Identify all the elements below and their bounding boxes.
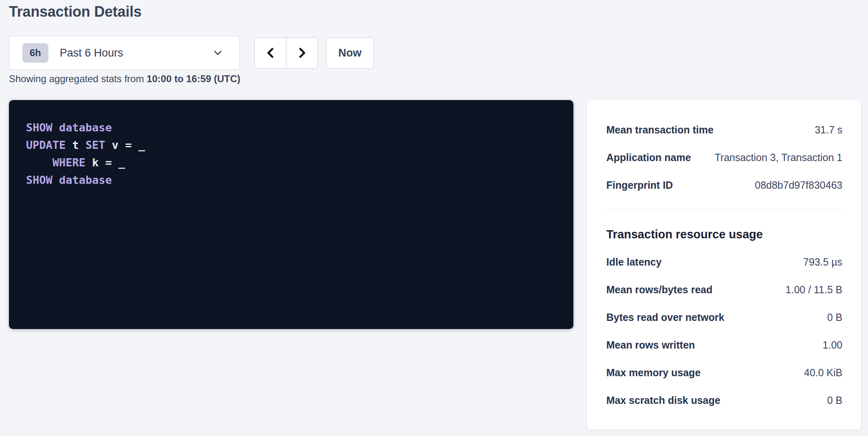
page-title: Transaction Details [9, 3, 141, 20]
chevron-right-icon [295, 46, 309, 60]
stat-value: 31.7 s [815, 124, 842, 136]
stat-row-mean-rows-bytes-read: Mean rows/bytes read 1.00 / 11.5 B [606, 276, 842, 303]
time-range-label: Past 6 Hours [60, 47, 123, 59]
stat-row-max-scratch-disk-usage: Max scratch disk usage 0 B [606, 386, 842, 414]
resource-usage-heading-row: Transaction resource usage [606, 220, 842, 248]
stat-row-bytes-read-over-network: Bytes read over network 0 B [606, 303, 842, 331]
resource-usage-heading: Transaction resource usage [606, 228, 763, 241]
sql-statement-line: UPDATE t SET v = _ [26, 136, 556, 154]
stat-label: Idle latency [606, 256, 662, 268]
stat-label: Max memory usage [606, 367, 701, 379]
stat-value: 1.00 / 11.5 B [786, 284, 842, 296]
stat-row-mean-rows-written: Mean rows written 1.00 [606, 331, 842, 359]
sql-statement-line: SHOW database [26, 171, 556, 189]
now-button[interactable]: Now [326, 37, 374, 69]
stat-label: Bytes read over network [606, 312, 724, 323]
card-divider [606, 209, 842, 210]
stat-label: Application name [606, 152, 691, 164]
caption-time-range: 10:00 to 16:59 (UTC) [147, 73, 241, 84]
chevron-left-icon [264, 46, 278, 60]
sql-statement-line: WHERE k = _ [26, 154, 556, 171]
stat-row-application-name: Application name Transaction 3, Transact… [606, 144, 842, 171]
stat-row-mean-transaction-time: Mean transaction time 31.7 s [606, 116, 842, 144]
sql-token: WHERE [52, 156, 85, 169]
stat-label: Mean rows written [606, 339, 695, 351]
caption-prefix: Showing aggregated stats from [9, 73, 147, 84]
sql-token: SHOW database [26, 121, 112, 134]
sql-token: v = _ [105, 139, 145, 151]
time-range-dropdown[interactable]: 6h Past 6 Hours [9, 36, 240, 70]
stat-value: 0 B [827, 312, 842, 323]
sql-statement-line: SHOW database [26, 119, 556, 136]
time-range-badge: 6h [22, 43, 48, 63]
time-controls: 6h Past 6 Hours [9, 36, 374, 70]
time-nav-group [254, 37, 318, 69]
sql-token: SHOW database [26, 174, 112, 186]
stat-row-max-memory-usage: Max memory usage 40.0 KiB [606, 359, 842, 386]
transaction-details-page: Transaction Details 6h Past 6 Hours [0, 0, 868, 436]
stat-label: Mean transaction time [606, 124, 714, 136]
aggregated-stats-caption: Showing aggregated stats from 10:00 to 1… [9, 73, 241, 85]
chevron-down-icon [212, 47, 224, 59]
stat-label: Max scratch disk usage [606, 395, 720, 406]
stat-value: 40.0 KiB [804, 367, 842, 379]
stat-label: Fingerprint ID [606, 179, 673, 191]
stat-value: 1.00 [822, 339, 842, 351]
sql-token: UPDATE [26, 139, 66, 151]
prev-time-button[interactable] [255, 38, 286, 68]
stat-label: Mean rows/bytes read [606, 284, 712, 296]
sql-token: k = _ [85, 156, 125, 169]
stat-value: 0 B [827, 395, 842, 406]
sql-token: SET [85, 139, 105, 151]
next-time-button[interactable] [286, 38, 317, 68]
stat-value: 08d8b7d97f830463 [755, 179, 842, 191]
transaction-summary-card: Mean transaction time 31.7 s Application… [586, 99, 861, 430]
stat-value: 793.5 µs [803, 256, 842, 268]
stat-row-fingerprint-id: Fingerprint ID 08d8b7d97f830463 [606, 171, 842, 199]
sql-token [26, 156, 52, 169]
stat-row-idle-latency: Idle latency 793.5 µs [606, 248, 842, 276]
sql-token: t [66, 139, 86, 151]
transaction-sql-statements: SHOW database UPDATE t SET v = _ WHERE k… [9, 100, 573, 329]
stat-value: Transaction 3, Transaction 1 [714, 152, 842, 164]
